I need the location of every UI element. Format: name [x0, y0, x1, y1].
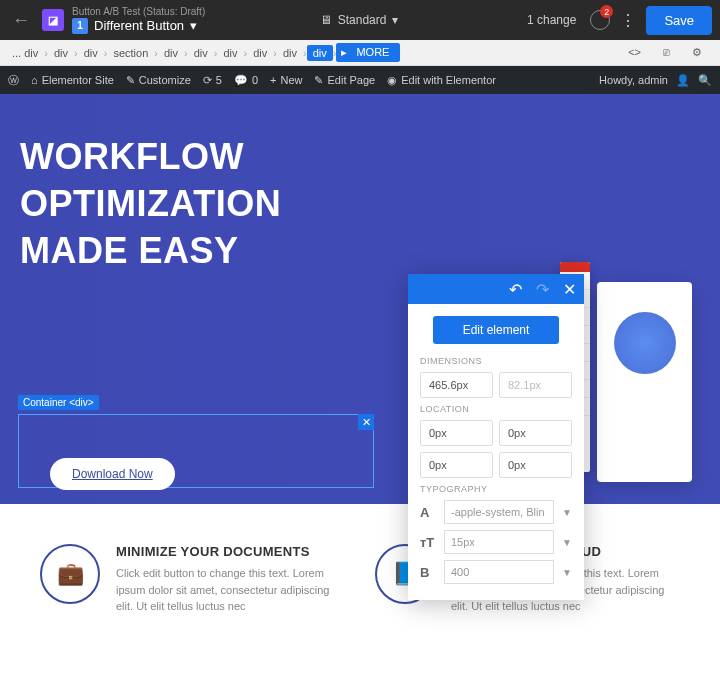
loc-top-input[interactable]: [420, 420, 493, 446]
loc-bottom-input[interactable]: [420, 452, 493, 478]
typography-label: TYPOGRAPHY: [420, 484, 572, 494]
breadcrumb-item[interactable]: div: [247, 45, 273, 61]
breadcrumb-item[interactable]: div: [158, 45, 184, 61]
height-input[interactable]: [499, 372, 572, 398]
chevron-down-icon[interactable]: ▼: [562, 537, 572, 548]
notifications-icon[interactable]: [590, 10, 610, 30]
wp-logo-icon[interactable]: ⓦ: [8, 73, 19, 88]
breadcrumb-item[interactable]: div: [277, 45, 303, 61]
wp-edit-page[interactable]: ✎ Edit Page: [314, 74, 375, 87]
app-logo-icon: ◪: [42, 9, 64, 31]
wp-site-link[interactable]: ⌂ Elementor Site: [31, 74, 114, 86]
undo-icon[interactable]: ↶: [509, 280, 522, 299]
hero-section: WORKFLOW OPTIMIZATION MADE EASY Containe…: [0, 94, 720, 504]
changes-count[interactable]: 1 change: [527, 13, 576, 27]
variant-name: Different Button: [94, 18, 184, 34]
settings-gear-icon[interactable]: ⚙: [686, 44, 708, 61]
feature-card: 💼 MINIMIZE YOUR DOCUMENTS Click edit but…: [40, 544, 345, 615]
location-label: LOCATION: [420, 404, 572, 414]
redo-icon[interactable]: ↷: [536, 280, 549, 299]
feature-text: Click edit button to change this text. L…: [116, 565, 345, 615]
close-icon[interactable]: ✕: [563, 280, 576, 299]
features-section: 💼 MINIMIZE YOUR DOCUMENTS Click edit but…: [0, 504, 720, 635]
chevron-down-icon: ▾: [392, 13, 398, 27]
wp-updates[interactable]: ⟳ 5: [203, 74, 222, 87]
chevron-down-icon: ▾: [190, 18, 197, 34]
chevron-down-icon[interactable]: ▼: [562, 507, 572, 518]
feature-title: MINIMIZE YOUR DOCUMENTS: [116, 544, 345, 559]
kebab-menu-icon[interactable]: ⋮: [620, 11, 636, 30]
breadcrumb-item[interactable]: section: [107, 45, 154, 61]
element-inspector: ↶ ↷ ✕ Edit element DIMENSIONS LOCATION T…: [408, 274, 584, 600]
loc-right-input[interactable]: [499, 420, 572, 446]
search-icon[interactable]: 🔍: [698, 74, 712, 87]
selection-close-icon[interactable]: ✕: [358, 414, 374, 430]
wp-howdy[interactable]: Howdy, admin: [599, 74, 668, 86]
save-button[interactable]: Save: [646, 6, 712, 35]
wp-customize[interactable]: ✎ Customize: [126, 74, 191, 87]
chevron-down-icon[interactable]: ▼: [562, 567, 572, 578]
width-input[interactable]: [420, 372, 493, 398]
variant-number: 1: [72, 18, 88, 34]
download-button[interactable]: Download Now: [50, 458, 175, 490]
breadcrumb-item[interactable]: div: [48, 45, 74, 61]
experiment-status: Button A/B Test (Status: Draft): [72, 6, 205, 18]
font-family-input[interactable]: [444, 500, 554, 524]
wp-new[interactable]: + New: [270, 74, 302, 86]
loc-left-input[interactable]: [499, 452, 572, 478]
breadcrumb-item-active[interactable]: div: [307, 45, 333, 61]
dimensions-label: DIMENSIONS: [420, 356, 572, 366]
variant-selector[interactable]: 1 Different Button ▾: [72, 18, 205, 34]
back-arrow-icon[interactable]: ←: [8, 10, 34, 31]
device-icon[interactable]: ⎚: [657, 44, 676, 61]
wordpress-admin-bar: ⓦ ⌂ Elementor Site ✎ Customize ⟳ 5 💬 0 +…: [0, 66, 720, 94]
breadcrumb-item[interactable]: div: [78, 45, 104, 61]
wp-comments[interactable]: 💬 0: [234, 74, 258, 87]
font-weight-icon: B: [420, 565, 436, 580]
app-topbar: ← ◪ Button A/B Test (Status: Draft) 1 Di…: [0, 0, 720, 40]
breadcrumb-item[interactable]: ... div: [6, 45, 44, 61]
preview-card: [597, 282, 692, 482]
font-icon: A: [420, 505, 436, 520]
breadcrumb-item[interactable]: div: [217, 45, 243, 61]
edit-element-button[interactable]: Edit element: [433, 316, 560, 344]
breadcrumb-item[interactable]: div: [188, 45, 214, 61]
device-selector[interactable]: 🖥 Standard ▾: [320, 13, 399, 27]
dom-breadcrumb: ... div› div› div› section› div› div› di…: [0, 40, 720, 66]
code-icon[interactable]: <>: [622, 44, 647, 61]
avatar-icon[interactable]: 👤: [676, 74, 690, 87]
briefcase-icon: 💼: [40, 544, 100, 604]
monitor-icon: 🖥: [320, 13, 332, 27]
wp-edit-elementor[interactable]: ◉ Edit with Elementor: [387, 74, 496, 87]
font-weight-input[interactable]: [444, 560, 554, 584]
breadcrumb-more[interactable]: ▸ MORE: [336, 43, 400, 62]
hero-title: WORKFLOW OPTIMIZATION MADE EASY: [20, 134, 700, 274]
font-size-input[interactable]: [444, 530, 554, 554]
selection-label: Container <div>: [18, 395, 99, 410]
font-size-icon: тT: [420, 535, 436, 550]
